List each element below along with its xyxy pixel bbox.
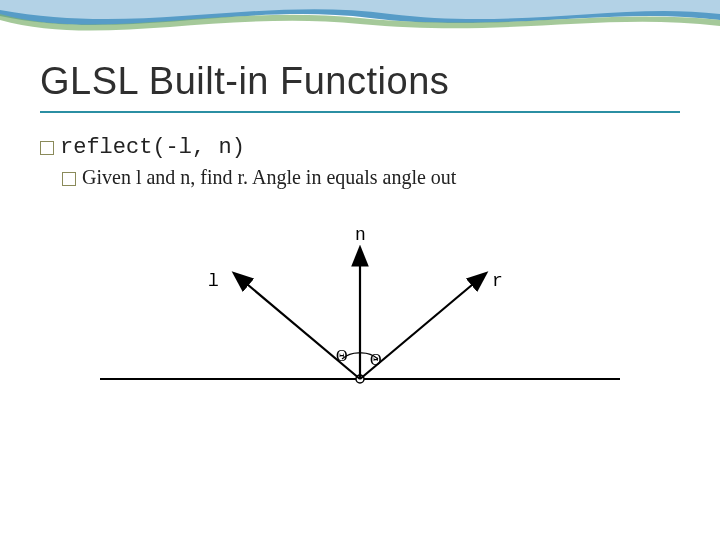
- title-underline: [40, 111, 680, 113]
- bullet-level-2: Given l and n, find r. Angle in equals a…: [62, 166, 680, 189]
- bullet-description: Given l and n, find r. Angle in equals a…: [82, 166, 456, 189]
- reflection-diagram: l n r Θ Θ: [80, 209, 640, 409]
- bullet-level-1: reflect(-l, n): [40, 135, 680, 160]
- diagram-label-n: n: [355, 225, 366, 245]
- slide-content: GLSL Built-in Functions reflect(-l, n) G…: [0, 0, 720, 409]
- diagram-label-l: l: [208, 271, 219, 291]
- diagram-label-r: r: [492, 271, 503, 291]
- slide-title: GLSL Built-in Functions: [40, 60, 680, 103]
- bullet-code: reflect(-l, n): [60, 135, 245, 160]
- bullet-box-icon: [62, 172, 76, 186]
- diagram-theta-left: Θ: [336, 347, 348, 365]
- bullet-box-icon: [40, 141, 54, 155]
- diagram-theta-right: Θ: [370, 351, 382, 369]
